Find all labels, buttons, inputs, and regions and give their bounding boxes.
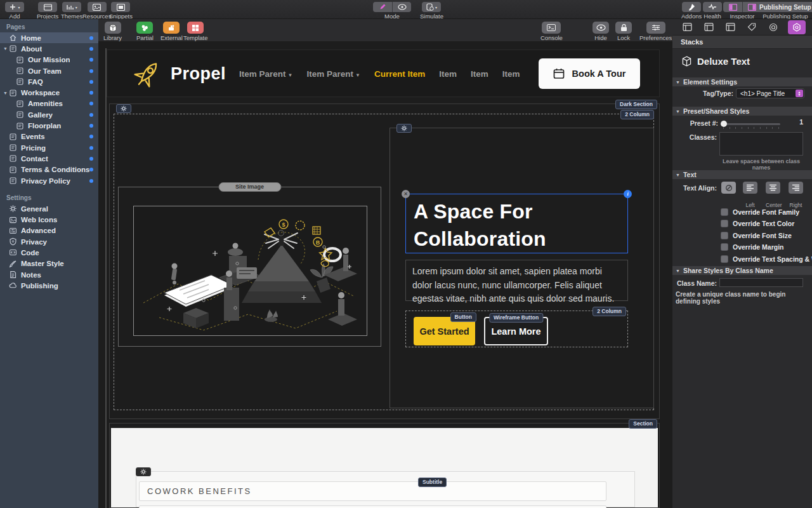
preset-shared-styles-header[interactable]: ▼ Preset/Shared Styles: [672, 107, 812, 116]
sidebar-item-label: Contact: [21, 155, 48, 163]
hide-button[interactable]: Hide: [593, 22, 609, 41]
partial-button[interactable]: Partial: [136, 22, 154, 41]
disclosure-triangle-icon: ▼: [676, 109, 680, 114]
sidebar-item-faq[interactable]: FAQ: [0, 76, 98, 87]
sidebar-item-home[interactable]: Home: [0, 32, 98, 43]
paragraph-stack[interactable]: Lorem ipsum dolor sit amet, sapien plate…: [405, 260, 628, 301]
sidebar-item-events[interactable]: Events: [0, 131, 98, 142]
template-button[interactable]: Template: [183, 22, 208, 41]
nav-item-item-parent[interactable]: Item Parent▼: [306, 69, 360, 79]
checkbox-override-font-size[interactable]: [721, 232, 728, 239]
edit-mode-button[interactable]: [373, 2, 392, 12]
disclosure-triangle-icon[interactable]: ▼: [3, 91, 8, 95]
nav-item-item[interactable]: Item: [502, 69, 520, 79]
deselect-handle[interactable]: ✕: [402, 190, 410, 198]
site-header-preview[interactable]: Propel Item Parent▼Item Parent▼Current I…: [107, 50, 660, 97]
simulate-button[interactable]: ▾ Simulate: [420, 2, 443, 20]
preview-mode-button[interactable]: [392, 2, 411, 12]
buttons-two-column-stack[interactable]: 2 Column Button Get Started Wireframe Bu…: [405, 311, 628, 347]
unpublished-changes-dot: [89, 135, 93, 138]
sidebar-item-master-style[interactable]: Master Style: [0, 258, 98, 269]
publishing-setup-button[interactable]: Publishing Setup Publishing Setup: [756, 2, 812, 20]
projects-button[interactable]: Projects: [37, 2, 58, 20]
sidebar-item-privacy[interactable]: Privacy: [0, 236, 98, 247]
preferences-button[interactable]: Preferences: [639, 22, 672, 41]
site-image[interactable]: $ B: [133, 206, 367, 336]
get-started-button[interactable]: Button Get Started: [414, 317, 475, 345]
sidebar-item-amenities[interactable]: Amenities: [0, 98, 98, 109]
canvas-scrollbar[interactable]: [105, 48, 107, 508]
stack-cube-icon: [681, 56, 692, 67]
preset-slider[interactable]: [721, 121, 780, 128]
nav-item-item[interactable]: Item: [439, 69, 457, 79]
deluxe-text-stack-selected[interactable]: ✕ i A Space For Collaboration: [405, 194, 628, 253]
slider-thumb[interactable]: [721, 121, 727, 127]
tag-tab[interactable]: [745, 20, 759, 34]
cowork-benefits-stack[interactable]: COWORK BENEFITS: [139, 481, 606, 501]
element-settings-header[interactable]: ▼ Element Settings: [672, 77, 812, 86]
gear-icon: [401, 125, 407, 131]
page-layout-tab[interactable]: [702, 20, 716, 34]
benefits-gear-button[interactable]: [136, 467, 151, 476]
next-stack-partial[interactable]: [139, 505, 606, 508]
checkbox-override-margin[interactable]: [721, 243, 728, 251]
checkbox-override-text-color[interactable]: [721, 220, 728, 227]
addons-button[interactable]: Addons: [681, 2, 702, 20]
learn-more-button[interactable]: Wireframe Button Learn More: [484, 317, 548, 345]
sidebar-item-web-icons[interactable]: Web Icons: [0, 214, 98, 225]
sidebar-item-floorplan[interactable]: Floorplan: [0, 120, 98, 131]
sidebar-item-privacy-policy[interactable]: Privacy Policy: [0, 175, 98, 186]
sidebar-item-publishing[interactable]: Publishing: [0, 280, 98, 291]
sidebar-item-notes[interactable]: Notes: [0, 269, 98, 280]
tag-type-dropdown[interactable]: <h1> Page Title ▲▼: [736, 88, 804, 98]
sidebar-item-our-team[interactable]: Our Team: [0, 65, 98, 76]
info-handle[interactable]: i: [624, 190, 632, 198]
text-align-right-button[interactable]: [789, 182, 803, 194]
book-a-tour-button[interactable]: Book A Tour: [539, 58, 640, 89]
checkbox-override-text-spacing-weight[interactable]: [721, 255, 728, 263]
site-image-stack[interactable]: Site Image: [118, 187, 381, 347]
sidebar-item-code[interactable]: Code: [0, 247, 98, 258]
snippets-button[interactable]: Snippets: [109, 2, 133, 20]
health-button[interactable]: Health: [703, 2, 722, 20]
resources-button[interactable]: Resources: [82, 2, 111, 20]
library-button[interactable]: Library: [103, 22, 122, 41]
sidebar-item-contact[interactable]: Contact: [0, 153, 98, 164]
add-button[interactable]: ▾ Add: [5, 2, 24, 20]
dark-section-stack[interactable]: Dark Section 2 Column Site Image: [109, 104, 660, 419]
sidebar-item-about[interactable]: ▼About: [0, 43, 98, 54]
text-align-center-button[interactable]: [766, 182, 780, 194]
section-stack[interactable]: Section Subtitle COWORK BENEFITS: [109, 423, 660, 508]
dark-section-gear-button[interactable]: [116, 104, 131, 113]
sidebar-item-terms-conditions[interactable]: Terms & Conditions: [0, 164, 98, 175]
disclosure-triangle-icon[interactable]: ▼: [3, 46, 8, 51]
page-meta-tab[interactable]: [723, 20, 737, 34]
stacks-tab[interactable]: [788, 20, 806, 34]
classes-textarea[interactable]: [719, 132, 803, 156]
class-name-input[interactable]: [719, 278, 803, 287]
nav-item-item-parent[interactable]: Item Parent▼: [239, 69, 292, 79]
sidebar-item-workspace[interactable]: ▼Workspace: [0, 87, 98, 98]
external-button[interactable]: External: [160, 22, 183, 41]
text-section-header[interactable]: ▼ Text: [672, 170, 812, 179]
theme-tab[interactable]: [766, 20, 780, 34]
text-align-none-button[interactable]: [721, 182, 736, 194]
page-info-tab[interactable]: [680, 20, 694, 34]
sidebar-item-pricing[interactable]: Pricing: [0, 142, 98, 153]
left-panel-toggle-button[interactable]: [723, 2, 742, 12]
checkbox-override-font-family[interactable]: [721, 208, 728, 216]
sidebar-item-our-mission[interactable]: Our Mission: [0, 55, 98, 65]
console-button[interactable]: Console: [540, 22, 563, 41]
right-column-stack[interactable]: ✕ i A Space For Collaboration Lorem ipsu…: [390, 128, 654, 408]
text-align-left-button[interactable]: [743, 182, 757, 194]
themes-button[interactable]: ▾ Themes: [61, 2, 82, 20]
site-logo[interactable]: Propel: [131, 58, 226, 90]
sidebar-item-gallery[interactable]: Gallery: [0, 109, 98, 120]
nav-item-item[interactable]: Item: [471, 69, 488, 79]
sidebar-item-general[interactable]: General: [0, 203, 98, 214]
share-styles-header[interactable]: ▼ Share Styles By Class Name: [672, 266, 812, 275]
nav-item-current-item[interactable]: Current Item: [374, 69, 425, 79]
sidebar-item-advanced[interactable]: Advanced: [0, 225, 98, 236]
lock-button[interactable]: Lock: [615, 22, 632, 41]
column-gear-button[interactable]: [396, 124, 412, 133]
